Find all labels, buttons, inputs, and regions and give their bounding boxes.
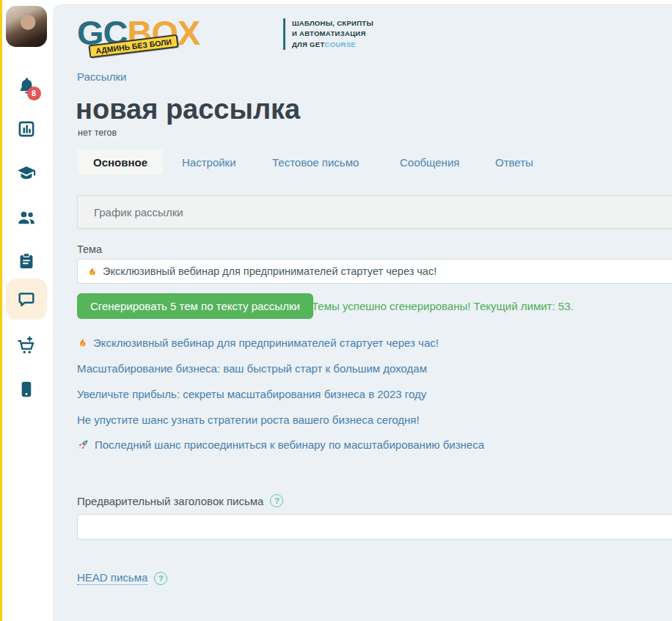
tab-replies[interactable]: Ответы <box>495 150 533 174</box>
tab-settings[interactable]: Настройки <box>182 150 236 174</box>
generate-status-text: Темы успешно сгенерированы! Текущий лими… <box>312 293 574 319</box>
sidebar: 8 <box>2 0 53 621</box>
question-icon[interactable]: ? <box>154 572 167 585</box>
sidebar-item-messages[interactable] <box>6 279 47 320</box>
preheader-input[interactable] <box>77 514 672 540</box>
sidebar-item-notifications[interactable]: 8 <box>6 65 47 106</box>
preheader-label: Предварительный заголовок письма <box>77 495 263 507</box>
brand-logo: GCBOX АДМИНЬ БЕЗ БОЛИ ШАБЛОНЫ, СКРИПТЫ И… <box>77 10 297 62</box>
sidebar-item-orders[interactable] <box>6 326 47 367</box>
clipboard-icon <box>17 251 36 271</box>
sidebar-item-stats[interactable] <box>6 109 47 150</box>
fire-icon <box>87 265 98 278</box>
graduation-cap-icon <box>16 163 37 183</box>
head-link-row: HEAD письма ? <box>77 571 167 585</box>
subject-label: Тема <box>77 243 102 255</box>
generate-subjects-button[interactable]: Сгенерировать 5 тем по тексту рассылки <box>77 293 313 319</box>
user-avatar[interactable] <box>6 6 47 47</box>
question-icon[interactable]: ? <box>270 494 283 507</box>
fire-icon <box>77 337 88 349</box>
chat-icon <box>16 289 37 309</box>
breadcrumb-mailings[interactable]: Рассылки <box>77 70 126 83</box>
subject-suggestion-5[interactable]: Последний шанс присоединиться к вебинару… <box>77 438 484 451</box>
sidebar-item-courses[interactable] <box>6 153 47 194</box>
people-icon <box>16 207 37 228</box>
subject-input[interactable]: Эксклюзивный вебинар для предпринимателе… <box>77 259 672 284</box>
cart-plus-icon <box>16 336 37 356</box>
tags-note: нет тегов <box>78 128 117 138</box>
sidebar-item-users[interactable] <box>6 197 47 238</box>
app-window: 8 <box>0 0 672 621</box>
bar-chart-icon <box>17 120 36 139</box>
subject-suggestion-4[interactable]: Не упустите шанс узнать стратегии роста … <box>77 414 420 426</box>
subject-suggestion-3[interactable]: Увеличьте прибыль: секреты масштабирован… <box>77 388 426 400</box>
page-title: новая рассылка <box>76 94 300 125</box>
tab-test-email[interactable]: Тестовое письмо <box>272 150 359 174</box>
tab-messages[interactable]: Сообщения <box>400 150 459 174</box>
head-email-link[interactable]: HEAD письма <box>77 571 147 585</box>
logo-tagline: ШАБЛОНЫ, СКРИПТЫ И АВТОМАТИЗАЦИЯ ДЛЯ GET… <box>283 18 373 50</box>
phone-icon <box>17 380 36 399</box>
rocket-icon <box>77 438 90 451</box>
subject-input-value: Эксклюзивный вебинар для предпринимателе… <box>103 265 437 277</box>
subject-suggestion-2[interactable]: Масштабирование бизнеса: ваш быстрый ста… <box>77 362 427 375</box>
tab-main[interactable]: Основное <box>78 150 163 174</box>
bell-icon: 8 <box>17 76 37 96</box>
sidebar-item-tasks[interactable] <box>6 240 47 282</box>
schedule-panel[interactable]: График рассылки <box>77 195 672 229</box>
notification-count-badge: 8 <box>27 87 41 100</box>
subject-suggestion-1[interactable]: Эксклюзивный вебинар для предпринимателе… <box>77 337 439 349</box>
preheader-label-row: Предварительный заголовок письма ? <box>77 494 283 507</box>
sidebar-item-mobile[interactable] <box>6 369 47 410</box>
